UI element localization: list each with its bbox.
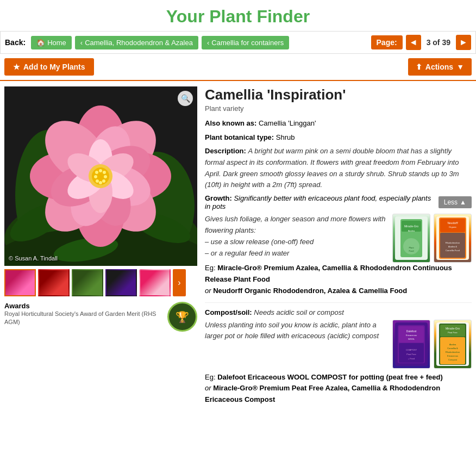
less-label: Less [444,198,458,206]
dropdown-icon: ▼ [456,63,464,71]
svg-point-35 [99,181,102,184]
thumbnail-3[interactable] [72,269,103,296]
svg-point-31 [99,169,102,172]
compost-section: Compost/soil: Needs acidic soil or compo… [205,308,472,406]
awards-section: Awards Royal Horticultural Society's Awa… [4,302,197,332]
divider [205,302,472,303]
actions-button[interactable]: ⬆ Actions ▼ [408,58,472,76]
page-section: Page: ◄ 3 of 39 ► [371,35,471,50]
prev-page-button[interactable]: ◄ [406,35,421,50]
site-title: Your Plant Finder [0,0,476,31]
svg-text:Miracle-Gro: Miracle-Gro [446,327,460,330]
svg-text:Camellia &: Camellia & [447,347,458,350]
botanical-row: Plant botanical type: Shrub [205,132,472,143]
svg-point-30 [95,171,98,174]
svg-text:Plant: Plant [409,246,414,249]
add-plants-label: Add to My Plants [23,63,85,71]
compost-header: Compost/soil: Needs acidic soil or compo… [205,308,472,316]
nav-bar: Back: 🏠 Home ‹ Camellia, Rhododendron & … [0,31,476,54]
home-icon: 🏠 [36,39,45,47]
awards-description: Royal Horticultural Society's Award of G… [4,310,162,327]
compost-summary: Needs acidic soil or compost [254,308,343,316]
product1-alt-name: Neudorff Organic Rhododendron, Azalea & … [213,287,407,295]
triangle-up-icon: ▲ [460,198,466,206]
action-bar: ★ Add to My Plants ⬆ Actions ▼ [0,54,476,81]
svg-text:Ericaceous: Ericaceous [447,355,458,357]
upload-icon: ⬆ [416,63,422,71]
svg-text:COMPOST: COMPOST [406,349,417,351]
svg-text:Ericaceous: Ericaceous [406,334,417,337]
thumbnail-1[interactable] [4,269,36,296]
compost-product1-connector: or [205,384,213,392]
svg-text:Food: Food [409,250,414,252]
less-button[interactable]: Less ▲ [439,196,472,208]
growth-summary-text: Growth: Significantly better with ericac… [205,194,439,210]
growth-body: Gives lush foliage, a longer season and … [205,214,472,263]
thumbnail-2[interactable] [38,269,70,296]
botanical-value: Shrub [276,133,295,141]
growth-summary: Significantly better with ericaceous pla… [205,194,431,210]
growth-section: Growth: Significantly better with ericac… [205,194,472,296]
compost-body: Unless planting into soil you know is ac… [205,320,472,369]
svg-text:Peat Free: Peat Free [406,353,416,356]
home-button[interactable]: 🏠 Home [31,36,72,49]
svg-text:Rhododendron: Rhododendron [446,241,460,244]
chevron-left-icon: ‹ [80,39,83,47]
svg-text:Compost: Compost [448,358,458,361]
also-known-label: Also known as: [205,119,256,127]
growth-label: Growth: [205,194,232,202]
product-name-section: Eg: Miracle-Gro® Premium Azalea, Camelli… [205,263,472,296]
compost-product-image-1: Dalefoot Ericaceous WOOL COMPOST Peat Fr… [392,320,430,369]
thumbnails-next-button[interactable]: › [173,269,186,296]
svg-text:Organic: Organic [449,226,456,228]
product-image-1: Miracle-Gro Azalea Plant Food [392,214,430,263]
product-image-2: Neudorff Organic Rhododendron Azalea & C… [434,214,472,263]
compost-product1-name: Dalefoot Ericaceous WOOL COMPOST for pot… [217,373,443,381]
page-count: 3 of 39 [424,38,453,47]
awards-title: Awards [4,302,162,310]
thumbnail-5[interactable] [139,269,171,296]
star-icon: ★ [13,63,20,71]
add-to-my-plants-button[interactable]: ★ Add to My Plants [4,58,94,76]
svg-text:Azalea: Azalea [408,229,415,232]
back-label: Back: [5,38,26,47]
svg-point-36 [96,179,99,183]
product-images: Miracle-Gro Azalea Plant Food Neudor [392,214,472,263]
compost-product2-name: Miracle-Gro® Premium Peat Free Azalea, C… [205,384,440,403]
thumbnail-4[interactable] [105,269,137,296]
awards-text: Awards Royal Horticultural Society's Awa… [4,302,162,327]
growth-detail-text: Gives lush foliage, a longer season and … [205,214,387,259]
page-label: Page: [371,35,403,49]
svg-point-33 [104,175,107,178]
main-content: © Susan A. Tindall 🔍 › Awards Royal Hort… [0,81,476,415]
zoom-icon[interactable]: 🔍 [178,91,193,106]
next-page-button[interactable]: ► [456,35,471,50]
compost-label: Compost/soil: [205,308,252,316]
svg-text:Azalea &: Azalea & [448,245,457,248]
breadcrumb2-button[interactable]: ‹ Camellia for containers [202,36,289,49]
svg-text:Rhododendron: Rhododendron [446,351,460,353]
svg-text:Neudorff: Neudorff [447,221,458,225]
also-known-value: Camellia 'Linggan' [259,119,316,127]
svg-text:Dalefoot: Dalefoot [406,330,417,333]
left-column: © Susan A. Tindall 🔍 › Awards Royal Hort… [4,86,197,410]
plant-title: Camellia 'Inspiration' [205,86,472,103]
svg-text:WOOL: WOOL [408,338,415,340]
svg-text:+ Feed: + Feed [408,357,415,360]
svg-text:Miracle-Gro: Miracle-Gro [404,225,418,228]
award-badge: 🏆 [167,302,197,332]
svg-point-34 [102,179,105,183]
svg-text:Camellia Food: Camellia Food [446,249,460,252]
actions-label: Actions [425,63,453,71]
photo-credit: © Susan A. Tindall [9,255,58,262]
description-label: Description: [205,147,246,155]
also-known-row: Also known as: Camellia 'Linggan' [205,118,472,129]
product1-name: Miracle-Gro® Premium Azalea, Camellia & … [205,264,452,283]
svg-point-32 [103,171,106,174]
plant-image-container: © Susan A. Tindall 🔍 [4,86,197,266]
svg-text:Peat Free: Peat Free [448,331,458,334]
description-row: Description: A bright but warm pink on a… [205,146,472,191]
breadcrumb1-label: Camellia, Rhododendron & Azalea [85,39,193,47]
product1-connector: or [205,287,213,295]
breadcrumb1-button[interactable]: ‹ Camellia, Rhododendron & Azalea [75,36,198,49]
